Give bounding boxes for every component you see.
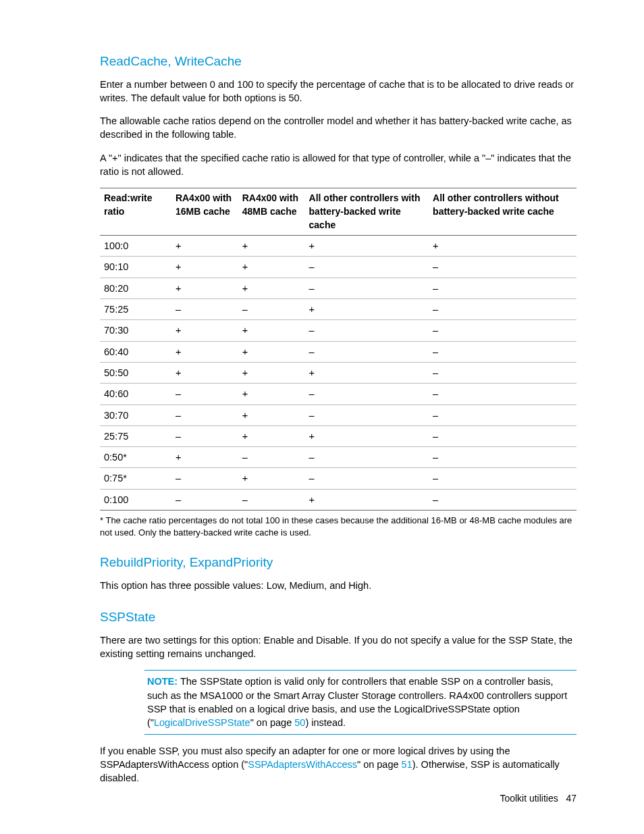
paragraph: This option has three possible values: L… [100,579,576,592]
table-cell: 40:60 [100,384,171,405]
link-page-51[interactable]: 51 [402,759,412,770]
table-cell: 60:40 [100,341,171,362]
heading-sspstate: SSPState [100,608,576,627]
table-cell: + [305,362,429,383]
page-footer: Toolkit utilities 47 [500,792,576,806]
table-header: RA4x00 with 16MB cache [171,188,238,236]
table-cell: + [429,236,576,257]
table-cell: + [238,405,305,425]
table-row: 70:30++–– [100,320,576,341]
table-row: 75:25––+– [100,299,576,320]
note-text: " on page [250,717,295,728]
table-cell: + [305,489,429,510]
table-cell: + [171,257,238,278]
table-cell: – [429,362,576,383]
table-row: 90:10++–– [100,257,576,278]
table-cell: – [305,320,429,341]
table-cell: + [238,468,305,489]
heading-rebuild: RebuildPriority, ExpandPriority [100,554,576,572]
note-box: NOTE: The SSPState option is valid only … [144,670,576,734]
table-cell: – [429,489,576,510]
link-sspadapterswithaccess[interactable]: SSPAdaptersWithAccess [248,759,357,770]
paragraph: The allowable cache ratios depend on the… [100,114,576,142]
text: " on page [357,759,402,770]
table-cell: – [238,447,305,468]
table-cell: + [238,236,305,257]
table-cell: – [305,405,429,425]
table-cell: – [305,257,429,278]
table-cell: – [171,384,238,405]
footer-label: Toolkit utilities [500,793,558,804]
table-cell: – [238,489,305,510]
table-cell: + [305,299,429,320]
table-header: All other controllers with battery-backe… [305,188,429,236]
table-cell: – [171,405,238,425]
table-cell: + [238,320,305,341]
link-logicaldrivesspstate[interactable]: LogicalDriveSSPState [154,717,250,728]
table-footnote: * The cache ratio percentages do not tot… [100,515,576,539]
cache-ratio-table: Read:write ratio RA4x00 with 16MB cache … [100,188,576,511]
table-cell: 0:50* [100,447,171,468]
table-row: 30:70–+–– [100,405,576,425]
table-cell: – [305,447,429,468]
table-cell: – [305,468,429,489]
table-cell: – [429,320,576,341]
table-cell: – [429,257,576,278]
table-cell: + [171,447,238,468]
table-cell: – [171,299,238,320]
table-cell: – [429,299,576,320]
paragraph: There are two settings for this option: … [100,633,576,661]
table-row: 40:60–+–– [100,384,576,405]
note-label: NOTE: [147,676,178,687]
table-cell: 70:30 [100,320,171,341]
table-cell: – [171,425,238,446]
table-cell: – [305,278,429,298]
table-cell: 75:25 [100,299,171,320]
table-cell: – [429,447,576,468]
table-cell: + [171,236,238,257]
link-page-50[interactable]: 50 [294,717,305,728]
table-row: 80:20++–– [100,278,576,298]
table-cell: – [305,384,429,405]
table-cell: + [238,384,305,405]
table-cell: 25:75 [100,425,171,446]
table-header: RA4x00 with 48MB cache [238,188,305,236]
table-cell: 80:20 [100,278,171,298]
table-cell: – [171,489,238,510]
note-text: ) instead. [305,717,346,728]
table-row: 60:40++–– [100,341,576,362]
table-cell: + [171,278,238,298]
table-cell: – [429,278,576,298]
table-cell: – [238,299,305,320]
table-cell: – [429,468,576,489]
table-header: Read:write ratio [100,188,171,236]
footer-page: 47 [566,793,576,804]
table-cell: + [238,341,305,362]
table-cell: 0:75* [100,468,171,489]
table-cell: 0:100 [100,489,171,510]
table-cell: – [429,425,576,446]
table-cell: 90:10 [100,257,171,278]
table-cell: + [238,278,305,298]
table-row: 0:100––+– [100,489,576,510]
table-row: 50:50+++– [100,362,576,383]
table-cell: + [238,257,305,278]
table-cell: + [305,425,429,446]
table-cell: – [429,384,576,405]
table-header: All other controllers without battery-ba… [429,188,576,236]
table-cell: – [429,405,576,425]
heading-readcache: ReadCache, WriteCache [100,53,576,71]
table-row: 0:75*–+–– [100,468,576,489]
table-row: 100:0++++ [100,236,576,257]
table-cell: + [171,362,238,383]
table-row: 25:75–++– [100,425,576,446]
table-cell: + [305,236,429,257]
table-cell: 50:50 [100,362,171,383]
table-cell: – [429,341,576,362]
paragraph: If you enable SSP, you must also specify… [100,744,576,785]
table-cell: 30:70 [100,405,171,425]
paragraph: A "+" indicates that the specified cache… [100,151,576,179]
paragraph: Enter a number between 0 and 100 to spec… [100,78,576,105]
table-cell: + [238,362,305,383]
table-cell: 100:0 [100,236,171,257]
